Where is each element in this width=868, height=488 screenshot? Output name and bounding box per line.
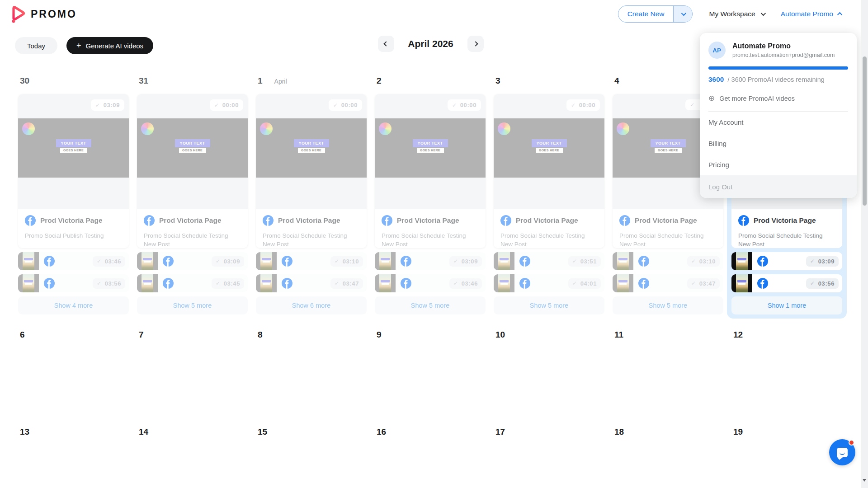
mini-video-thumbnail	[731, 274, 752, 292]
post-time-badge: ✓ 03:47	[687, 278, 720, 289]
show-more-button[interactable]: Show 6 more	[256, 296, 367, 314]
menu-item-log-out[interactable]: Log Out	[700, 175, 857, 198]
video-frame: YOUR TEXT GOES HERE	[528, 118, 571, 178]
post-description: Promo Social Schedule Testing New Post	[738, 232, 835, 248]
facebook-icon	[382, 215, 392, 226]
get-more-videos-button[interactable]: ⊕ Get more PromoAI videos	[708, 94, 848, 102]
scheduled-post-row[interactable]: ✓ 03:10	[256, 252, 367, 270]
calendar-day: 12	[731, 330, 842, 348]
scheduled-post-row[interactable]: ✓ 03:47	[613, 274, 723, 292]
create-new-label: Create New	[618, 6, 674, 22]
show-more-button[interactable]: Show 5 more	[137, 296, 248, 314]
scheduled-post-card[interactable]: ✓ 00:00 YOUR TEXT GOES HERE	[494, 94, 604, 248]
calendar-day: 31 ✓ 00:00 YOUR TEXT GOES	[137, 76, 248, 314]
check-icon: ✓	[810, 280, 815, 286]
scheduled-post-row[interactable]: ✓ 03:56	[731, 274, 842, 292]
date-number: 4	[614, 76, 619, 86]
card-bottom-band	[256, 178, 367, 209]
calendar-day: 7	[137, 330, 248, 348]
page-scrollbar[interactable]	[861, 0, 868, 488]
scheduled-post-card[interactable]: ✓ 00:00 YOUR TEXT GOES HERE	[256, 94, 367, 248]
video-text-overlay: GOES HERE	[417, 148, 444, 153]
date-number: 2	[377, 76, 382, 86]
check-icon: ✓	[335, 258, 340, 264]
show-more-button[interactable]: Show 5 more	[494, 296, 604, 314]
date-number: 30	[20, 76, 29, 86]
date-number: 11	[614, 330, 623, 340]
create-new-button[interactable]: Create New	[618, 5, 693, 23]
post-time-badge: ✓ 03:46	[93, 256, 125, 267]
date-number: 13	[20, 427, 29, 437]
video-thumbnail[interactable]: YOUR TEXT GOES HERE	[256, 118, 367, 178]
video-text-overlay: YOUR TEXT	[413, 139, 448, 147]
post-time-badge: ✓ 04:01	[568, 278, 601, 289]
chevron-down-icon	[760, 11, 765, 16]
scheduled-post-row[interactable]: ✓ 03:51	[494, 252, 604, 270]
post-time: 03:56	[105, 280, 121, 287]
previous-month-button[interactable]	[378, 36, 394, 52]
calendar-day: 3 ✓ 00:00 YOUR TEXT GOES H	[494, 76, 604, 314]
show-more-button[interactable]: Show 5 more	[375, 296, 486, 314]
video-thumbnail[interactable]: YOUR TEXT GOES HERE	[494, 118, 604, 178]
post-time-badge: ✓ 03:09	[91, 99, 124, 111]
ai-videos-remaining: 3600 / 3600 PromoAI videos remaining	[708, 75, 848, 84]
day-posts-container: ✓ 00:00 YOUR TEXT GOES HERE	[375, 94, 486, 314]
video-text-overlay: YOUR TEXT	[294, 139, 329, 147]
scheduled-post-card[interactable]: ✓ 00:00 YOUR TEXT GOES HERE	[375, 94, 486, 248]
check-icon: ✓	[214, 102, 219, 108]
scheduled-post-row[interactable]: ✓ 03:09	[731, 252, 842, 270]
workspace-menu[interactable]: My Workspace	[709, 10, 764, 18]
chevron-up-icon	[837, 12, 842, 17]
promo-logo[interactable]: PROMO	[10, 5, 77, 23]
next-month-button[interactable]	[467, 36, 484, 52]
scheduled-post-row[interactable]: ✓ 03:45	[137, 274, 248, 292]
scheduled-post-card[interactable]: ✓ 03:09 YOUR TEXT GOES HERE	[18, 94, 129, 248]
generate-ai-videos-button[interactable]: + Generate AI videos	[66, 37, 153, 54]
post-time-badge: ✓ 03:56	[93, 278, 125, 289]
video-thumbnail[interactable]: YOUR TEXT GOES HERE	[18, 118, 129, 178]
today-button[interactable]: Today	[15, 37, 57, 54]
month-label: April	[274, 78, 287, 85]
calendar-day: 11	[613, 330, 723, 348]
show-more-button[interactable]: Show 1 more	[731, 296, 842, 314]
scheduled-post-row[interactable]: ✓ 03:09	[375, 252, 486, 270]
post-time: 03:10	[343, 258, 359, 265]
post-time-badge: ✓ 00:00	[448, 99, 481, 111]
scheduled-post-row[interactable]: ✓ 04:01	[494, 274, 604, 292]
video-thumbnail[interactable]: YOUR TEXT GOES HERE	[375, 118, 486, 178]
check-icon: ✓	[452, 102, 457, 108]
post-description: Promo Social Publish Testing	[25, 232, 122, 240]
calendar-day: 2 ✓ 00:00 YOUR TEXT GOES H	[375, 76, 486, 314]
mini-video-thumbnail	[137, 274, 158, 292]
show-more-button[interactable]: Show 5 more	[613, 296, 723, 314]
account-menu-button[interactable]: Automate Promo	[781, 10, 842, 18]
calendar-day: 30 ✓ 03:09 YOUR TEXT GOES	[18, 76, 129, 314]
scheduled-post-row[interactable]: ✓ 03:56	[18, 274, 129, 292]
scrollbar-down-arrow-icon[interactable]	[863, 479, 866, 482]
menu-item-my-account[interactable]: My Account	[700, 112, 857, 133]
scheduled-post-row[interactable]: ✓ 03:10	[613, 252, 723, 270]
video-frame: YOUR TEXT GOES HERE	[646, 118, 690, 178]
post-time-badge: ✓ 03:10	[687, 256, 720, 267]
pinwheel-logo-icon	[260, 122, 273, 135]
menu-item-billing[interactable]: Billing	[700, 133, 857, 154]
create-new-dropdown-toggle[interactable]	[673, 6, 692, 22]
post-meta: Prod Victoria Page Promo Social Schedule…	[613, 209, 723, 248]
chat-widget-button[interactable]	[829, 439, 855, 465]
facebook-icon	[757, 256, 768, 267]
remaining-suffix: / 3600 PromoAI videos remaining	[728, 76, 825, 83]
video-thumbnail[interactable]: YOUR TEXT GOES HERE	[137, 118, 248, 178]
pinwheel-logo-icon	[617, 122, 629, 135]
scrollbar-thumb[interactable]	[863, 56, 867, 206]
video-text-overlay: GOES HERE	[536, 148, 563, 153]
scheduled-post-card[interactable]: ✓ 00:00 YOUR TEXT GOES HERE	[137, 94, 248, 248]
menu-item-pricing[interactable]: Pricing	[700, 154, 857, 175]
promo-play-icon	[10, 5, 26, 23]
scheduled-post-row[interactable]: ✓ 03:46	[375, 274, 486, 292]
scheduled-post-row[interactable]: ✓ 03:46	[18, 252, 129, 270]
scheduled-post-row[interactable]: ✓ 03:09	[137, 252, 248, 270]
scheduled-post-row[interactable]: ✓ 03:47	[256, 274, 367, 292]
show-more-button[interactable]: Show 4 more	[18, 296, 129, 314]
facebook-icon	[282, 256, 292, 267]
post-time: 03:46	[462, 280, 478, 287]
